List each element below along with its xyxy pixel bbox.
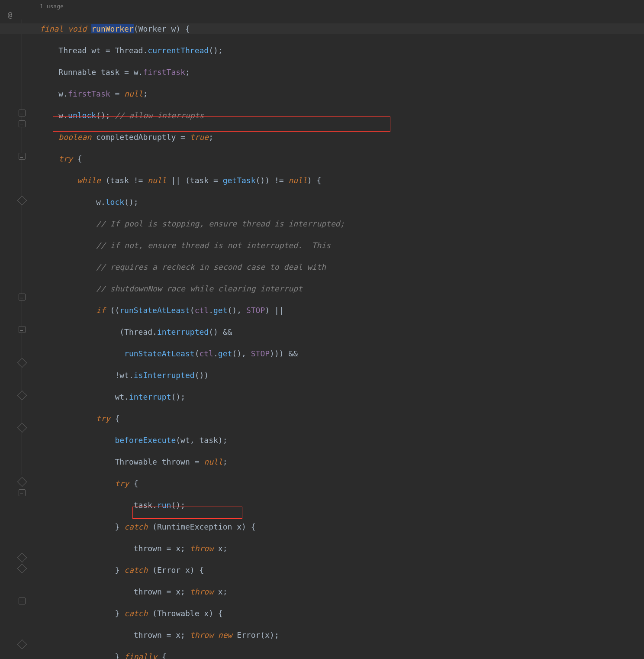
code-line[interactable]: if ((runStateAtLeast(ctl.get(), STOP) || [40, 305, 644, 316]
code-line[interactable]: } catch (RuntimeException x) { [40, 521, 644, 532]
code-line[interactable]: thrown = x; throw x; [40, 543, 644, 554]
usage-hint[interactable]: 1 usage [0, 0, 644, 13]
code-area[interactable]: final void runWorker(Worker w) { Thread … [0, 13, 644, 659]
code-line[interactable]: boolean completedAbruptly = true; [40, 132, 644, 142]
bookmark-icon[interactable] [17, 358, 27, 368]
code-line[interactable]: // If pool is stopping, ensure thread is… [40, 218, 644, 229]
bookmark-icon[interactable] [17, 640, 27, 649]
code-line[interactable]: !wt.isInterrupted()) [40, 370, 644, 381]
code-line[interactable]: // if not, ensure thread is not interrup… [40, 240, 644, 251]
code-line[interactable]: Runnable task = w.firstTask; [40, 67, 644, 78]
bookmark-icon[interactable] [17, 564, 27, 574]
code-line[interactable]: } catch (Throwable x) { [40, 608, 644, 619]
code-line[interactable]: try { [40, 153, 644, 164]
code-line[interactable]: try { [40, 413, 644, 424]
code-line[interactable]: runStateAtLeast(ctl.get(), STOP))) && [40, 348, 644, 359]
fold-toggle-icon[interactable] [19, 110, 26, 116]
gutter [0, 0, 26, 659]
bookmark-icon[interactable] [17, 196, 27, 206]
code-line[interactable]: task.run(); [40, 500, 644, 510]
fold-toggle-icon[interactable] [19, 294, 26, 300]
code-line[interactable]: (Thread.interrupted() && [40, 326, 644, 337]
code-line[interactable]: wt.interrupt(); [40, 391, 644, 402]
code-line[interactable]: beforeExecute(wt, task); [40, 435, 644, 446]
code-line[interactable]: thrown = x; throw x; [40, 586, 644, 597]
code-line[interactable]: } catch (Error x) { [40, 565, 644, 575]
code-line[interactable]: final void runWorker(Worker w) { [0, 23, 644, 34]
bookmark-icon[interactable] [17, 553, 27, 563]
code-line[interactable]: // shutdownNow race while clearing inter… [40, 283, 644, 294]
code-line[interactable]: try { [40, 478, 644, 489]
fold-toggle-icon[interactable] [19, 598, 26, 604]
bookmark-icon[interactable] [17, 423, 27, 433]
code-line[interactable]: Throwable thrown = null; [40, 456, 644, 467]
code-editor[interactable]: 1 usage @ final void runWorker(Worker w)… [0, 0, 644, 659]
fold-toggle-icon[interactable] [19, 153, 26, 160]
code-line[interactable]: w.firstTask = null; [40, 88, 644, 99]
fold-toggle-icon[interactable] [19, 120, 26, 127]
fold-toggle-icon[interactable] [19, 489, 26, 496]
bookmark-icon[interactable] [17, 477, 27, 487]
code-line[interactable]: while (task != null || (task = getTask()… [40, 175, 644, 186]
bookmark-icon[interactable] [17, 391, 27, 401]
code-line[interactable]: w.lock(); [40, 197, 644, 207]
code-line[interactable]: } finally { [40, 651, 644, 659]
code-line[interactable]: Thread wt = Thread.currentThread(); [40, 45, 644, 56]
code-line[interactable]: // requires a recheck in second case to … [40, 262, 644, 272]
fold-toggle-icon[interactable] [19, 326, 26, 333]
code-line[interactable]: w.unlock(); // allow interrupts [40, 110, 644, 121]
code-line[interactable]: thrown = x; throw new Error(x); [40, 630, 644, 640]
